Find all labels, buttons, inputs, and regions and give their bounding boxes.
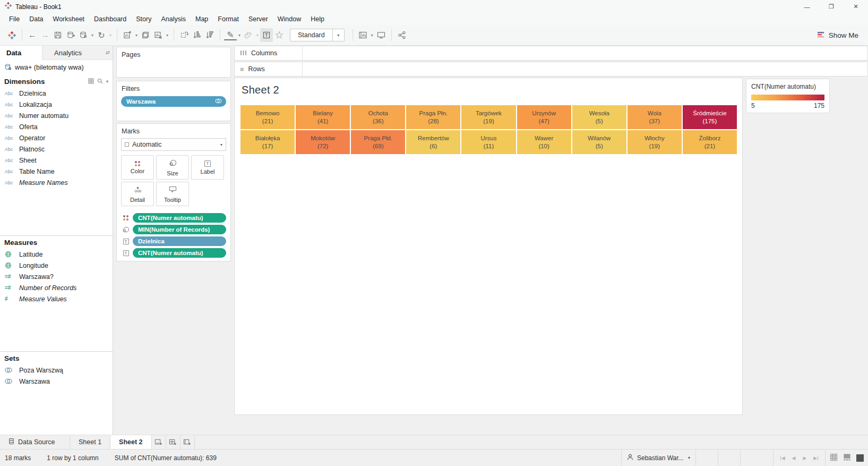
run-updates-icon[interactable]: ↻ <box>95 28 108 42</box>
tab-sheet-2[interactable]: Sheet 2 <box>110 435 151 449</box>
measure-number-of-records[interactable]: =#Number of Records <box>0 282 113 293</box>
new-worksheet-caret-icon[interactable]: ▾ <box>134 33 139 38</box>
tile-praga-pld[interactable]: Praga Płd.(69) <box>351 130 405 154</box>
tile-ochota[interactable]: Ochota(36) <box>351 105 405 129</box>
datasource-item[interactable]: wwa+ (biletomaty wwa) <box>0 60 113 75</box>
sort-ascending-icon[interactable] <box>191 28 203 42</box>
tile-zoliborz[interactable]: Żoliborz(21) <box>683 130 737 154</box>
highlight-caret-icon[interactable]: ▾ <box>237 33 242 38</box>
fit-selector[interactable]: Standard ▾ <box>290 29 345 41</box>
new-worksheet-icon[interactable] <box>121 28 134 42</box>
clear-sheet-icon[interactable] <box>152 28 165 42</box>
dimension-measure-names[interactable]: AbcMeasure Names <box>0 177 113 188</box>
tile-wlochy[interactable]: Włochy(19) <box>628 130 682 154</box>
tab-data[interactable]: Data <box>0 46 42 60</box>
nav-last-icon[interactable]: ▶| <box>812 455 820 461</box>
sort-descending-icon[interactable] <box>203 28 216 42</box>
pause-updates-caret-icon[interactable]: ▾ <box>90 33 95 38</box>
pill-cnt-numer-automatu-label[interactable]: CNT(Numer automatu) <box>133 248 226 258</box>
fix-axes-icon[interactable] <box>273 28 286 42</box>
show-me-button[interactable]: Show Me <box>817 25 858 46</box>
menu-data[interactable]: Data <box>24 13 48 25</box>
show-tabs-icon[interactable] <box>830 453 838 463</box>
menu-dashboard[interactable]: Dashboard <box>89 13 131 25</box>
run-updates-caret-icon[interactable]: ▾ <box>108 33 113 38</box>
detail-button[interactable]: Detail <box>121 182 154 206</box>
menu-server[interactable]: Server <box>244 13 273 25</box>
dimension-dzielnica[interactable]: AbcDzielnica <box>0 88 113 99</box>
pause-updates-icon[interactable] <box>77 28 90 42</box>
dimension-numer-automatu[interactable]: AbcNumer automatu <box>0 110 113 121</box>
dimensions-menu-caret-icon[interactable]: ▾ <box>106 79 108 84</box>
set-warszawa[interactable]: Warszawa <box>0 376 113 387</box>
pill-dzielnica[interactable]: Dzielnica <box>133 236 226 246</box>
duplicate-sheet-icon[interactable] <box>139 28 152 42</box>
menu-help[interactable]: Help <box>306 13 329 25</box>
new-worksheet-tab-icon[interactable] <box>152 435 166 449</box>
close-button[interactable]: ✕ <box>844 0 868 13</box>
search-icon[interactable] <box>97 78 103 86</box>
filter-pill-warszawa[interactable]: Warszawa <box>121 96 226 107</box>
tab-analytics[interactable]: Analytics <box>42 46 103 60</box>
menu-story[interactable]: Story <box>131 13 156 25</box>
new-dashboard-tab-icon[interactable] <box>166 435 181 449</box>
tile-srodmiescie[interactable]: Śródmieście(175) <box>683 105 737 129</box>
pill-min-number-of-records[interactable]: MIN(Number of Records) <box>133 225 226 234</box>
tableau-logo-icon[interactable] <box>5 28 18 42</box>
measure-latitude[interactable]: Latitude <box>0 249 113 260</box>
minimize-button[interactable]: — <box>795 0 819 13</box>
view-grid-icon[interactable] <box>88 78 94 86</box>
save-icon[interactable] <box>51 28 64 42</box>
presentation-mode-icon[interactable] <box>375 28 388 42</box>
tooltip-button[interactable]: Tooltip <box>156 182 189 206</box>
rows-shelf[interactable]: ≡ Rows <box>234 62 868 77</box>
nav-prev-icon[interactable]: ◀ <box>790 455 797 461</box>
tile-ursus[interactable]: Ursus(11) <box>461 130 515 154</box>
color-button[interactable]: Color <box>121 155 154 180</box>
tab-sheet-1[interactable]: Sheet 1 <box>70 435 110 449</box>
measure-warszawa[interactable]: =#Warszawa? <box>0 271 113 282</box>
redo-icon[interactable]: → <box>39 28 51 42</box>
nav-next-icon[interactable]: ▶ <box>801 455 809 461</box>
tile-wilanow[interactable]: Wilanów(5) <box>572 130 626 154</box>
menu-worksheet[interactable]: Worksheet <box>48 13 90 25</box>
set-poza-warszwa[interactable]: Poza Warszwą <box>0 365 113 376</box>
tab-data-source[interactable]: Data Source <box>0 435 70 449</box>
menu-map[interactable]: Map <box>191 13 213 25</box>
fit-selector-caret-icon[interactable]: ▾ <box>332 29 344 41</box>
tile-wesola[interactable]: Wesoła(5) <box>572 105 626 129</box>
dimension-operator[interactable]: AbcOperator <box>0 132 113 143</box>
mark-type-dropdown[interactable]: Automatic ▾ <box>121 138 226 151</box>
tile-praga-pln[interactable]: Praga Płn.(28) <box>406 105 460 129</box>
menu-file[interactable]: File <box>4 13 24 25</box>
dimension-sheet[interactable]: AbcSheet <box>0 155 113 166</box>
show-mark-labels-icon[interactable] <box>260 28 273 42</box>
tile-ursynow[interactable]: Ursynów(47) <box>517 105 571 129</box>
show-filmstrip-icon[interactable] <box>843 453 851 463</box>
dimension-lokalizacja[interactable]: AbcLokalizacja <box>0 99 113 110</box>
dimension-table-name[interactable]: AbcTable Name <box>0 166 113 177</box>
share-icon[interactable] <box>396 28 408 42</box>
worksheet-canvas[interactable]: Sheet 2 Bemowo(21) Bielany(41) Ochota(36… <box>234 78 743 415</box>
menu-window[interactable]: Window <box>273 13 306 25</box>
show-hide-cards-icon[interactable] <box>357 28 369 42</box>
highlight-icon[interactable]: ✎ <box>224 30 237 40</box>
new-story-tab-icon[interactable] <box>181 435 195 449</box>
restore-button[interactable]: ❐ <box>819 0 844 13</box>
color-legend[interactable]: CNT(Numer automatu) 5 175 <box>746 79 830 113</box>
tile-bielany[interactable]: Bielany(41) <box>296 105 350 129</box>
measure-measure-values[interactable]: #Measure Values <box>0 293 113 304</box>
nav-first-icon[interactable]: |◀ <box>779 455 786 461</box>
signed-in-user[interactable]: Sebastian War... ▾ <box>621 450 695 466</box>
columns-shelf[interactable]: Columns <box>234 46 868 61</box>
show-sheet-icon[interactable] <box>856 454 864 462</box>
tile-bialoleka[interactable]: Białołęka(17) <box>240 130 295 154</box>
pages-shelf[interactable]: Pages <box>116 47 231 78</box>
tile-targowek[interactable]: Targówek(19) <box>461 105 515 129</box>
swap-rows-columns-icon[interactable] <box>178 28 191 42</box>
tile-wawer[interactable]: Wawer(10) <box>517 130 571 154</box>
tile-bemowo[interactable]: Bemowo(21) <box>240 105 295 129</box>
menu-format[interactable]: Format <box>213 13 244 25</box>
menu-analysis[interactable]: Analysis <box>156 13 191 25</box>
size-button[interactable]: Label Size <box>156 155 189 180</box>
